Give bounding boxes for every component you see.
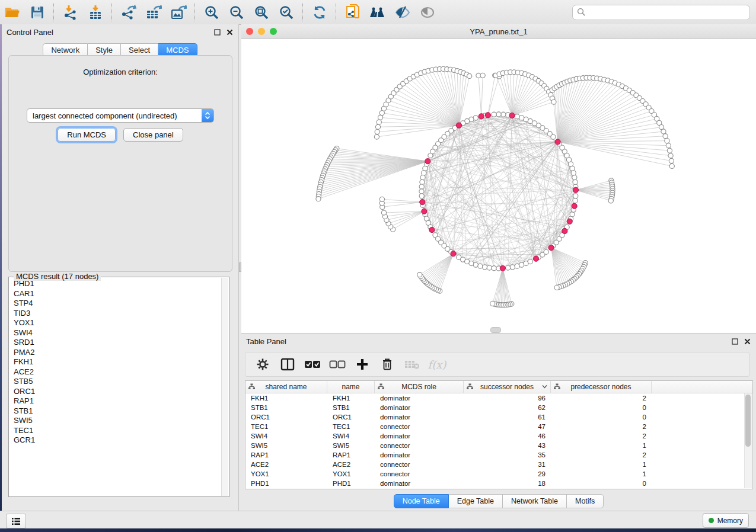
column-header-filler (652, 381, 752, 393)
new-network-from-selection-icon[interactable] (343, 4, 363, 21)
function-builder-icon: f(x) (428, 357, 446, 372)
mcds-result-item[interactable]: PMA2 (9, 348, 222, 358)
search-field[interactable] (572, 5, 750, 20)
mcds-result-item[interactable]: SWI5 (9, 416, 222, 426)
close-panel-button[interactable]: Close panel (123, 128, 183, 142)
mcds-result-item[interactable]: STP4 (9, 299, 222, 309)
network-window-titlebar[interactable]: YPA_prune.txt_1 (241, 24, 756, 39)
table-row[interactable]: ORC1ORC1dominator610 (245, 412, 752, 422)
column-header-predecessor-nodes[interactable]: predecessor nodes (551, 381, 652, 393)
table-row[interactable]: SWI4SWI4dominator462 (245, 431, 752, 441)
column-type-icon (378, 383, 384, 390)
mcds-result-item[interactable]: RAP1 (9, 396, 222, 406)
table-cell-filler (652, 422, 752, 431)
import-network-icon[interactable] (60, 4, 81, 21)
table-cell: 61 (464, 412, 551, 422)
mcds-result-item[interactable]: TEC1 (9, 426, 222, 436)
column-header-successor-nodes[interactable]: successor nodes (464, 381, 551, 393)
import-table-icon[interactable] (85, 4, 106, 21)
result-scrollbar[interactable] (221, 278, 228, 496)
toolbar-separator (302, 4, 304, 21)
task-history-button[interactable] (6, 514, 26, 528)
export-network-icon[interactable] (119, 4, 139, 21)
close-panel-icon[interactable] (225, 28, 234, 36)
mcds-result-item[interactable]: GCR1 (9, 435, 222, 446)
table-cell-filler (652, 479, 752, 488)
mcds-result-item[interactable]: SRD1 (9, 338, 222, 348)
table-row[interactable]: TEC1TEC1connector472 (245, 422, 752, 431)
table-toolbar: f(x) (245, 352, 749, 377)
tab-edge-table[interactable]: Edge Table (449, 494, 503, 508)
table-scrollbar-thumb[interactable] (745, 395, 751, 447)
mcds-result-item[interactable]: ACE2 (9, 367, 222, 377)
column-header-shared-name[interactable]: shared name (245, 381, 327, 393)
save-icon[interactable] (27, 4, 47, 21)
table-row[interactable]: SWI5SWI5connector431 (245, 441, 752, 450)
table-row[interactable]: PHD1PHD1dominator180 (245, 479, 752, 488)
table-cell-filler (652, 450, 752, 460)
table-cell: PHD1 (327, 479, 375, 488)
zoom-selected-icon[interactable] (276, 4, 296, 21)
hide-selected-icon[interactable] (393, 4, 413, 21)
mcds-result-item[interactable]: STB1 (9, 406, 222, 416)
toolbar-separator (336, 4, 337, 21)
export-table-icon[interactable] (143, 4, 164, 21)
table-row[interactable]: ACE2ACE2connector311 (245, 460, 752, 469)
delete-row-icon[interactable] (378, 357, 396, 372)
show-columns-icon[interactable] (279, 357, 296, 372)
memory-label: Memory (717, 517, 743, 525)
table-cell: dominator (375, 450, 464, 460)
status-bar: Memory (0, 511, 756, 528)
export-image-icon[interactable] (168, 4, 189, 21)
open-folder-icon[interactable] (2, 4, 23, 21)
deselect-all-icon[interactable] (328, 357, 346, 372)
table-row[interactable]: STB1STB1dominator620 (245, 403, 752, 412)
close-panel-icon[interactable] (743, 337, 751, 345)
show-all-icon[interactable] (417, 4, 438, 21)
float-window-icon[interactable] (731, 337, 739, 345)
toolbar-separator (194, 4, 196, 21)
zoom-out-icon[interactable] (227, 4, 247, 21)
network-graph[interactable] (241, 39, 756, 333)
table-scrollbar[interactable] (744, 393, 752, 488)
mcds-result-item[interactable]: TID3 (9, 309, 222, 319)
tab-network-table[interactable]: Network Table (503, 494, 567, 508)
table-cell: dominator (375, 393, 464, 403)
table-cell: 1 (551, 469, 652, 479)
table-row[interactable]: YOX1YOX1connector291 (245, 469, 752, 479)
table-cell: 2 (551, 431, 652, 441)
select-all-icon[interactable] (304, 357, 321, 372)
tab-motifs[interactable]: Motifs (567, 494, 604, 508)
zoom-fit-icon[interactable] (251, 4, 272, 21)
search-input[interactable] (589, 7, 749, 17)
mcds-result-item[interactable]: PHD1 (9, 279, 222, 289)
tab-node-table[interactable]: Node Table (394, 494, 449, 508)
toolbar-separator (53, 4, 55, 21)
mcds-result-item[interactable]: FKH1 (9, 357, 222, 367)
zoom-in-icon[interactable] (202, 4, 222, 21)
add-row-icon[interactable] (353, 357, 371, 372)
network-canvas[interactable] (241, 39, 756, 333)
float-window-icon[interactable] (213, 28, 221, 36)
network-hscrollbar-thumb[interactable] (490, 327, 501, 333)
mcds-result-box: MCDS result (17 nodes) PHD1CAR1STP4TID3Y… (8, 277, 229, 497)
mcds-result-item[interactable]: YOX1 (9, 318, 222, 328)
mcds-result-item[interactable]: CAR1 (9, 289, 222, 299)
column-header-name[interactable]: name (327, 381, 375, 393)
mcds-result-item[interactable]: SWI4 (9, 328, 222, 338)
mcds-result-item[interactable]: ORC1 (9, 387, 222, 397)
table-cell: STB1 (245, 403, 327, 412)
criterion-select[interactable]: largest connected component (undirected) (27, 108, 214, 123)
gear-icon[interactable] (254, 357, 272, 372)
refresh-icon[interactable] (310, 4, 330, 21)
mcds-result-item[interactable]: STB5 (9, 377, 222, 387)
memory-button[interactable]: Memory (703, 513, 749, 528)
search-network-icon[interactable] (368, 4, 388, 21)
run-mcds-button[interactable]: Run MCDS (58, 128, 116, 142)
mcds-options-box: Optimization criterion: largest connecte… (8, 55, 232, 272)
table-row[interactable]: RAP1RAP1dominator352 (245, 450, 752, 460)
table-row[interactable]: FKH1FKH1dominator962 (245, 393, 752, 403)
mcds-result-list[interactable]: PHD1CAR1STP4TID3YOX1SWI4SRD1PMA2FKH1ACE2… (9, 279, 222, 496)
table-cell: YOX1 (245, 469, 327, 479)
column-header-MCDS-role[interactable]: MCDS role (375, 381, 464, 393)
